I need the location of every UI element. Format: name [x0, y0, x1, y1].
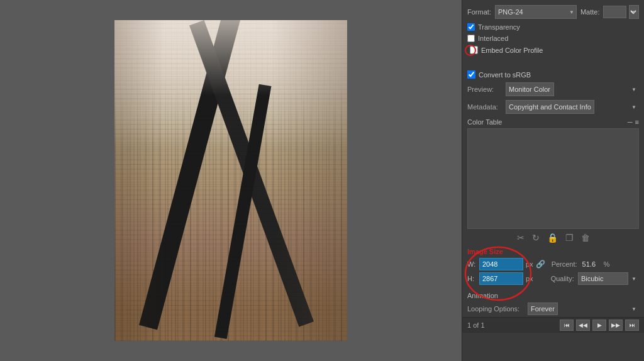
convert-srgb-checkbox[interactable] [467, 70, 475, 79]
preview-label: Preview: [467, 86, 502, 93]
interlaced-label: Interlaced [478, 35, 508, 42]
quality-select-wrapper: Bicubic [578, 272, 639, 285]
matte-select[interactable] [629, 5, 639, 19]
matte-dropdown [630, 5, 639, 19]
lock-icon[interactable]: 🔒 [547, 233, 558, 243]
metadata-row: Metadata: Copyright and Contact Info [462, 98, 644, 116]
height-row: H: px Quality: Bicubic [467, 272, 639, 285]
percent-label: Percent: [552, 260, 577, 268]
interlaced-row: Interlaced [462, 33, 644, 44]
main-layout: Format: PNG-24 Matte: Transparency Inter… [0, 0, 644, 361]
matte-label: Matte: [580, 8, 600, 16]
format-select-wrapper: PNG-24 [495, 5, 577, 19]
looping-select-wrapper: Forever [528, 303, 639, 315]
metadata-select-wrapper: Copyright and Contact Info [506, 100, 639, 114]
animation-section: Animation [462, 289, 644, 301]
crop-icon[interactable]: ✂ [517, 233, 525, 243]
width-input[interactable] [479, 258, 523, 270]
looping-row: Looping Options: Forever [462, 301, 644, 317]
preview-select-wrapper: Monitor Color [506, 82, 639, 96]
bottom-icons-row: ✂ ↻ 🔒 ❐ 🗑 [462, 230, 644, 245]
color-table-area [467, 128, 639, 229]
image-size-section: Image Size W: px 🔗 Percent: 51.6 % H: px… [462, 245, 644, 289]
refresh-icon[interactable]: ↻ [532, 233, 540, 243]
play-first-button[interactable]: ⏮ [560, 319, 574, 331]
looping-select[interactable]: Forever [528, 303, 558, 315]
color-table-header: Color Table ─ ≡ [462, 116, 644, 127]
height-input[interactable] [479, 272, 523, 285]
transparency-row: Transparency [462, 21, 644, 33]
metadata-select[interactable]: Copyright and Contact Info [506, 100, 594, 114]
play-next-button[interactable]: ▶▶ [609, 319, 623, 331]
quality-label: Quality: [551, 275, 574, 282]
play-prev-button[interactable]: ◀◀ [576, 319, 590, 331]
preview-select[interactable]: Monitor Color [506, 82, 554, 96]
image-size-label: Image Size [467, 248, 639, 255]
page-info: 1 of 1 [467, 321, 485, 329]
format-row: Format: PNG-24 Matte: [462, 3, 644, 21]
color-table-minimize-icon[interactable]: ─ [628, 118, 633, 126]
trash-icon[interactable]: 🗑 [581, 233, 590, 243]
embed-color-profile-row: Embed Color Profile [462, 44, 644, 56]
convert-srgb-label: Convert to sRGB [479, 71, 531, 79]
image-preview [114, 20, 347, 341]
embed-color-label: Embed Color Profile [481, 47, 543, 54]
transparency-checkbox[interactable] [467, 23, 475, 31]
link-icon[interactable]: 🔗 [536, 260, 545, 269]
format-label: Format: [467, 8, 491, 16]
percent-unit: % [604, 260, 610, 268]
spacer-1 [462, 56, 644, 69]
bottom-controls: 1 of 1 ⏮ ◀◀ ▶ ▶▶ ⏭ [462, 317, 644, 333]
preview-row: Preview: Monitor Color [462, 81, 644, 98]
transparency-label: Transparency [478, 23, 520, 31]
percent-value: 51.6 [582, 260, 601, 268]
animation-label: Animation [467, 292, 498, 299]
width-label: W: [467, 260, 477, 268]
convert-srgb-row: Convert to sRGB [462, 69, 644, 81]
quality-select[interactable]: Bicubic [578, 272, 628, 285]
building-right-shadow [272, 20, 347, 341]
settings-panel: Format: PNG-24 Matte: Transparency Inter… [462, 0, 644, 361]
play-button[interactable]: ▶ [592, 319, 606, 331]
playback-controls: ⏮ ◀◀ ▶ ▶▶ ⏭ [560, 319, 639, 331]
width-unit: px [526, 260, 533, 268]
height-unit: px [526, 275, 533, 282]
embed-color-checkbox[interactable] [470, 46, 478, 54]
building-left-shadow [114, 20, 165, 341]
matte-color-box[interactable] [603, 6, 626, 18]
color-table-menu-icon[interactable]: ≡ [635, 118, 639, 126]
play-last-button[interactable]: ⏭ [625, 319, 639, 331]
color-table-icons: ─ ≡ [628, 118, 639, 126]
metadata-label: Metadata: [467, 103, 502, 111]
city-photo [114, 20, 347, 341]
color-table-label: Color Table [467, 118, 502, 126]
copy-icon[interactable]: ❐ [565, 233, 574, 243]
height-label: H: [467, 275, 477, 282]
preview-area [0, 0, 462, 361]
interlaced-checkbox[interactable] [467, 35, 475, 42]
format-select[interactable]: PNG-24 [495, 5, 577, 19]
looping-label: Looping Options: [467, 305, 524, 313]
width-row: W: px 🔗 Percent: 51.6 % [467, 258, 639, 270]
